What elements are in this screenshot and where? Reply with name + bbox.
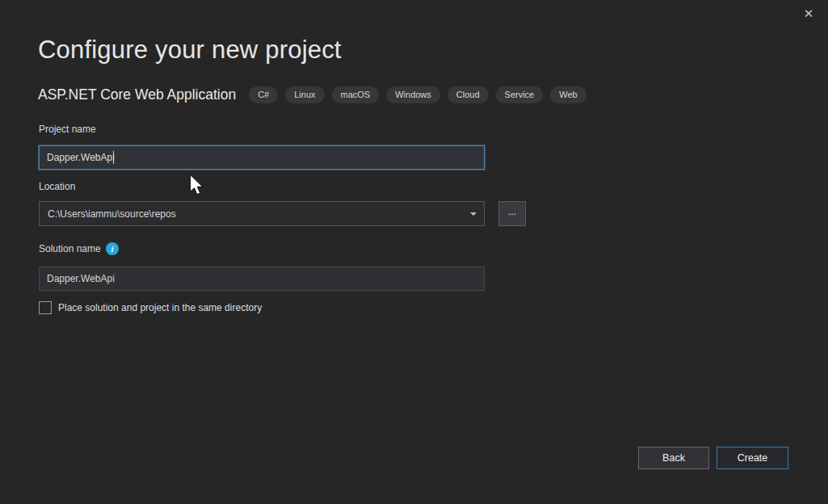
template-tag: Cloud <box>448 86 489 103</box>
browse-button[interactable]: ... <box>498 201 526 226</box>
back-button[interactable]: Back <box>638 447 709 469</box>
create-button[interactable]: Create <box>717 447 788 469</box>
text-caret <box>113 151 114 164</box>
location-dropdown[interactable]: C:\Users\iammu\source\repos <box>39 201 485 226</box>
template-tag: Windows <box>386 86 440 103</box>
page-title: Configure your new project <box>38 36 342 65</box>
configure-project-dialog: ✕ Configure your new project ASP.NET Cor… <box>0 0 828 504</box>
project-name-label: Project name <box>39 124 96 135</box>
close-icon[interactable]: ✕ <box>799 5 818 23</box>
info-icon[interactable]: i <box>106 242 119 255</box>
mouse-cursor-icon <box>189 174 204 196</box>
same-directory-checkbox[interactable] <box>39 301 52 314</box>
chevron-down-icon <box>470 212 477 216</box>
solution-name-input[interactable] <box>39 267 485 291</box>
project-name-input[interactable] <box>39 145 485 170</box>
location-value: C:\Users\iammu\source\repos <box>48 208 176 220</box>
template-tag: macOS <box>332 86 380 103</box>
template-tag: C# <box>249 86 278 103</box>
template-name: ASP.NET Core Web Application <box>38 86 236 103</box>
location-label: Location <box>39 181 75 192</box>
template-row: ASP.NET Core Web Application C#LinuxmacO… <box>38 86 586 103</box>
template-tag: Web <box>550 86 586 103</box>
same-directory-row: Place solution and project in the same d… <box>39 301 262 314</box>
same-directory-label: Place solution and project in the same d… <box>58 302 262 313</box>
template-tags: C#LinuxmacOSWindowsCloudServiceWeb <box>249 86 586 103</box>
template-tag: Linux <box>285 86 324 103</box>
template-tag: Service <box>496 86 544 103</box>
solution-name-label: Solution name <box>39 243 101 254</box>
